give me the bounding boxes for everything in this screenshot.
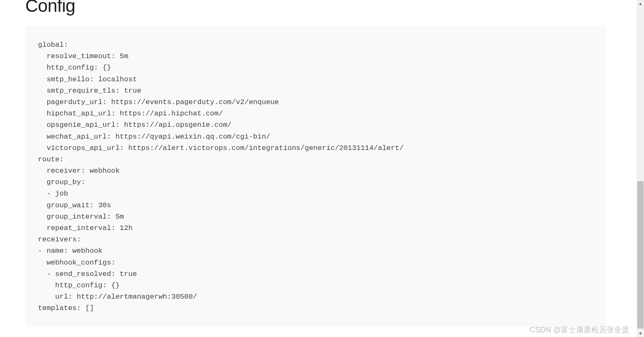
scrollbar-thumb[interactable] [637, 181, 644, 329]
scrollbar-down-arrow[interactable]: ▼ [637, 330, 644, 337]
content-area: Config global: resolve_timeout: 5m http_… [0, 0, 631, 337]
config-yaml-block: global: resolve_timeout: 5m http_config:… [25, 27, 606, 327]
scrollbar-track[interactable]: ▲ ▼ [637, 0, 644, 337]
page-title: Config [25, 0, 606, 16]
scrollbar-up-arrow[interactable]: ▲ [637, 0, 644, 7]
